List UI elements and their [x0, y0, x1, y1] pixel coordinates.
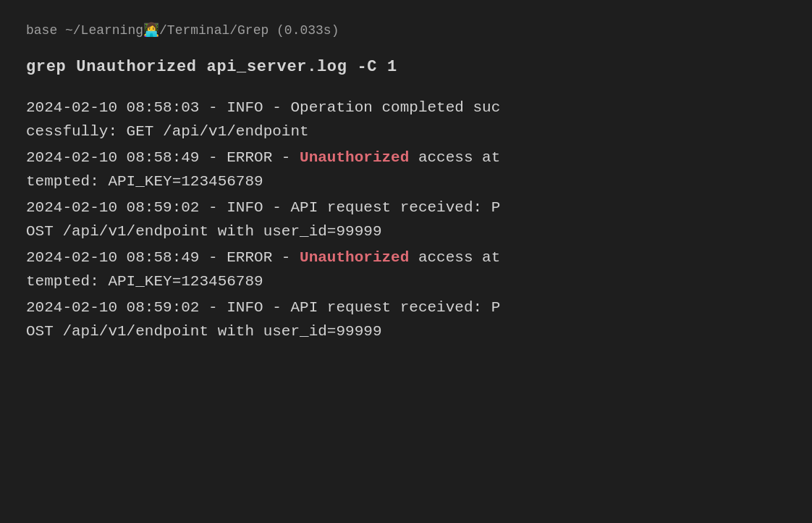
log-line-4: 2024-02-10 08:58:49 - ERROR - Unauthoriz…: [26, 246, 786, 293]
unauthorized-highlight-1: Unauthorized: [300, 149, 409, 166]
log-section-1: 2024-02-10 08:58:03 - INFO - Operation c…: [26, 96, 786, 143]
log-prefix-2: 2024-02-10 08:58:49 - ERROR -: [26, 149, 300, 166]
unauthorized-highlight-2: Unauthorized: [300, 249, 409, 266]
log-section-4: 2024-02-10 08:58:49 - ERROR - Unauthoriz…: [26, 246, 786, 293]
log-line-5: 2024-02-10 08:59:02 - INFO - API request…: [26, 296, 786, 343]
terminal-window: base ~/Learning👩‍💻/Terminal/Grep (0.033s…: [0, 0, 812, 523]
log-section-3: 2024-02-10 08:59:02 - INFO - API request…: [26, 196, 786, 243]
log-line-2: 2024-02-10 08:58:49 - ERROR - Unauthoriz…: [26, 146, 786, 193]
log-line-1: 2024-02-10 08:58:03 - INFO - Operation c…: [26, 96, 786, 143]
log-section-5: 2024-02-10 08:59:02 - INFO - API request…: [26, 296, 786, 343]
terminal-title: base ~/Learning👩‍💻/Terminal/Grep (0.033s…: [26, 22, 786, 38]
log-line-3: 2024-02-10 08:59:02 - INFO - API request…: [26, 196, 786, 243]
log-prefix-4: 2024-02-10 08:58:49 - ERROR -: [26, 249, 300, 266]
log-section-2: 2024-02-10 08:58:49 - ERROR - Unauthoriz…: [26, 146, 786, 193]
command-line: grep Unauthorized api_server.log -C 1: [26, 58, 786, 76]
